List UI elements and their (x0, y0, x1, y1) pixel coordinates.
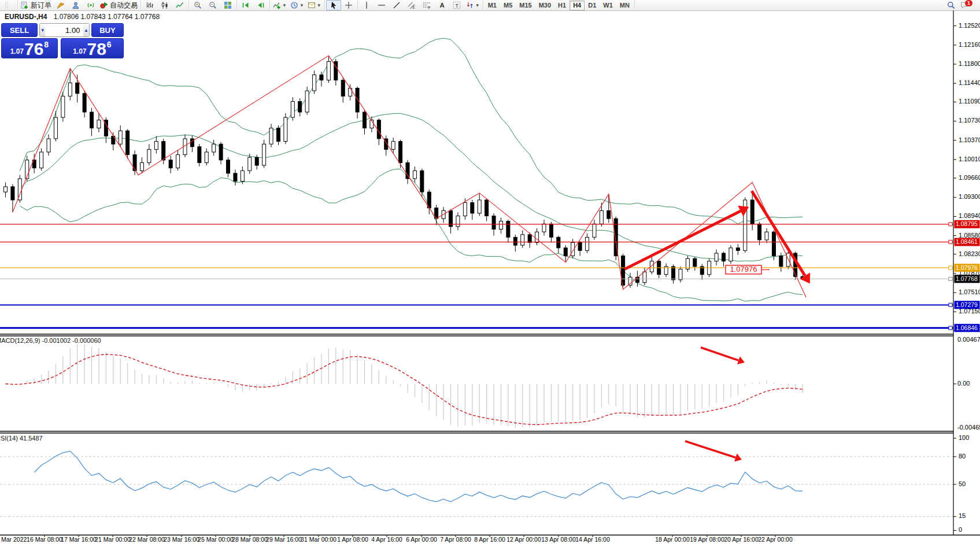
volume-input[interactable] (45, 24, 83, 36)
ohlc-values: 1.07806 1.07843 1.07764 1.07768 (54, 13, 160, 21)
svg-text:18 Apr 00:00: 18 Apr 00:00 (655, 536, 690, 543)
svg-text:19 Apr 08:00: 19 Apr 08:00 (690, 536, 724, 543)
svg-text:1.07976: 1.07976 (956, 264, 978, 271)
svg-text:21 Mar 00:00: 21 Mar 00:00 (95, 536, 131, 543)
sell-button[interactable]: SELL (1, 23, 38, 37)
svg-text:6 Apr 00:00: 6 Apr 00:00 (406, 536, 437, 543)
svg-text:7 Apr 08:00: 7 Apr 08:00 (440, 536, 471, 543)
svg-text:0.00: 0.00 (957, 380, 970, 387)
svg-text:1 Apr 08:00: 1 Apr 08:00 (337, 536, 368, 543)
svg-text:0.004678: 0.004678 (957, 336, 980, 343)
svg-text:1.10730: 1.10730 (959, 117, 980, 124)
svg-text:50: 50 (959, 480, 966, 487)
svg-text:1.10010: 1.10010 (959, 156, 980, 162)
buy-button[interactable]: BUY (91, 23, 124, 37)
svg-text:22 Mar 08:00: 22 Mar 08:00 (129, 536, 165, 543)
svg-text:16 Mar 08:00: 16 Mar 08:00 (27, 536, 62, 543)
svg-text:12 Apr 00:00: 12 Apr 00:00 (506, 536, 541, 543)
svg-text:80: 80 (959, 453, 966, 460)
one-click-trading-panel: SELL ▼ ▲ BUY 1.07768 1.07786 (1, 23, 124, 60)
svg-text:8 Apr 16:00: 8 Apr 16:00 (474, 536, 505, 543)
svg-text:1.07510: 1.07510 (959, 288, 980, 295)
ask-price[interactable]: 1.07786 (61, 38, 124, 58)
bid-prefix: 1.07 (10, 47, 24, 55)
svg-text:17 Mar 16:00: 17 Mar 16:00 (61, 536, 97, 543)
svg-text:1.08230: 1.08230 (959, 250, 980, 257)
svg-text:14 Apr 16:00: 14 Apr 16:00 (575, 536, 610, 543)
svg-text:1.12520: 1.12520 (959, 22, 980, 29)
mt4-terminal: { "toolbar": { "left_groups": [ {"items"… (0, 0, 980, 544)
svg-text:28 Mar 08:00: 28 Mar 08:00 (232, 536, 268, 543)
svg-text:1.09660: 1.09660 (959, 174, 980, 181)
svg-text:1.06846: 1.06846 (956, 324, 978, 331)
symbol-period-label: EURUSD-,H4 (5, 13, 47, 21)
svg-text:1.10370: 1.10370 (959, 136, 980, 143)
volume-stepper: ▼ ▲ (39, 23, 90, 37)
svg-text:Mar 2022: Mar 2022 (1, 536, 27, 543)
svg-text:1.11800: 1.11800 (959, 60, 980, 67)
svg-text:1.08795: 1.08795 (956, 220, 978, 227)
svg-text:1.08940: 1.08940 (959, 212, 980, 219)
svg-text:1.07768: 1.07768 (956, 275, 978, 282)
svg-text:1.08580: 1.08580 (959, 232, 980, 239)
volume-decrease-button[interactable]: ▼ (40, 24, 45, 36)
svg-text:13 Apr 08:00: 13 Apr 08:00 (541, 536, 576, 543)
svg-text:1.11090: 1.11090 (959, 98, 980, 105)
chart-title: EURUSD-,H4 1.07806 1.07843 1.07764 1.077… (5, 13, 160, 21)
svg-text:15: 15 (959, 512, 966, 519)
macd-label: MACD(12,26,9) -0.001002 -0.000060 (0, 337, 101, 344)
bid-big: 76 (24, 41, 43, 57)
svg-text:20 Apr 16:00: 20 Apr 16:00 (724, 536, 759, 543)
ask-big: 78 (87, 41, 106, 57)
svg-text:-0.004657: -0.004657 (957, 424, 980, 431)
ask-sup: 6 (107, 40, 112, 49)
chart-canvas[interactable]: 1.079761.125201.121601.118001.114401.110… (0, 0, 980, 544)
svg-text:0: 0 (959, 526, 962, 533)
volume-increase-button[interactable]: ▲ (83, 24, 88, 36)
svg-text:4 Apr 16:00: 4 Apr 16:00 (371, 536, 402, 543)
bid-sup: 8 (44, 40, 49, 49)
rsi-label: RSI(14) 41.5487 (0, 435, 43, 442)
svg-text:1.08461: 1.08461 (956, 238, 978, 245)
svg-text:23 Mar 16:00: 23 Mar 16:00 (164, 536, 199, 543)
ask-prefix: 1.07 (73, 47, 86, 55)
svg-text:31 Mar 00:00: 31 Mar 00:00 (301, 536, 336, 543)
svg-text:1.09300: 1.09300 (959, 193, 980, 200)
svg-text:25 Mar 00:00: 25 Mar 00:00 (198, 536, 234, 543)
svg-text:1.12160: 1.12160 (959, 41, 980, 48)
bid-price[interactable]: 1.07768 (1, 38, 58, 58)
svg-text:100: 100 (959, 434, 969, 441)
svg-text:1.07279: 1.07279 (956, 301, 978, 308)
svg-text:1.07976: 1.07976 (730, 265, 757, 273)
svg-text:1.11440: 1.11440 (959, 79, 980, 86)
svg-text:29 Mar 16:00: 29 Mar 16:00 (266, 536, 302, 543)
svg-text:22 Apr 00:00: 22 Apr 00:00 (758, 536, 793, 543)
